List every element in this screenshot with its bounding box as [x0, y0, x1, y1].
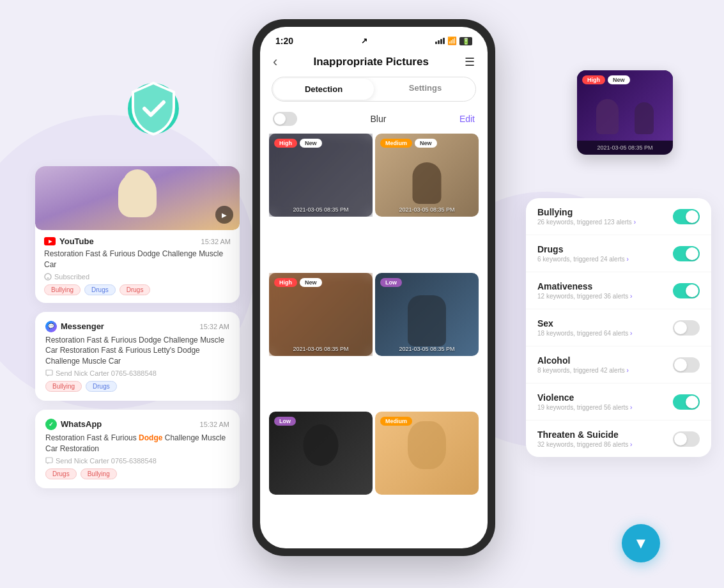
whatsapp-icon: ✓: [45, 419, 57, 430]
back-button[interactable]: ‹: [273, 54, 277, 70]
right-panel: Bullying 26 keywords, triggered 123 aler…: [526, 198, 711, 457]
setting-left-threaten: Threaten & Suicide 32 keywords, triggere…: [537, 429, 673, 448]
badge-row-2: Medium New: [380, 139, 437, 148]
toggle-bullying[interactable]: [673, 209, 700, 224]
photo-cell-3[interactable]: High New 2021-03-05 08:35 PM: [269, 273, 373, 356]
app-name-youtube: YouTube: [59, 236, 94, 246]
menu-button[interactable]: ☰: [465, 55, 475, 69]
toggle-amativeness[interactable]: [673, 283, 700, 298]
status-time: 1:20: [275, 36, 293, 46]
setting-link-violence[interactable]: ›: [630, 404, 632, 411]
bar3: [440, 39, 442, 44]
face-6: [408, 421, 446, 469]
photo-timestamp-1: 2021-03-05 08:35 PM: [269, 206, 373, 213]
face-5: [304, 424, 339, 466]
setting-left-drugs: Drugs 6 keywords, triggered 24 alerts ›: [537, 244, 673, 263]
toggle-alcohol[interactable]: [673, 357, 700, 373]
setting-sub-sex: 18 keywords, triggered 64 alerts ›: [537, 330, 673, 337]
phone-frame: 1:20 ↗ 📶 🔋 ‹ Inappropriate Pictures: [252, 19, 495, 556]
photo-timestamp-3: 2021-03-05 08:35 PM: [269, 346, 373, 352]
play-button[interactable]: ▶: [215, 206, 233, 224]
photo-cell-4[interactable]: Low 2021-03-05 08:35 PM: [375, 273, 479, 356]
tab-settings[interactable]: Settings: [375, 77, 475, 101]
messenger-card[interactable]: 💬 Messenger 15:32 AM Restoration Fast & …: [35, 312, 240, 401]
setting-item-drugs: Drugs 6 keywords, triggered 24 alerts ›: [526, 235, 711, 272]
tr-badge-new: New: [608, 75, 630, 84]
setting-left-sex: Sex 18 keywords, triggered 64 alerts ›: [537, 318, 673, 337]
status-icons: 📶 🔋: [435, 36, 472, 45]
figure-tr1: [596, 99, 619, 134]
phone-wrapper: 1:20 ↗ 📶 🔋 ‹ Inappropriate Pictures: [252, 19, 495, 569]
setting-link-sex[interactable]: ›: [630, 330, 632, 337]
setting-sub-drugs: 6 keywords, triggered 24 alerts ›: [537, 256, 673, 263]
svg-point-0: [45, 274, 51, 280]
card-time-whatsapp: 15:32 AM: [200, 421, 229, 428]
setting-left-amativeness: Amativeness 12 keywords, triggered 36 al…: [537, 281, 673, 300]
badge-row-4: Low: [380, 278, 402, 287]
toggle-sex[interactable]: [673, 320, 700, 336]
badge-new-3: New: [300, 278, 322, 287]
whatsapp-card[interactable]: ✓ WhatsApp 15:32 AM Restoration Fast & F…: [35, 410, 240, 488]
tag-drugs-1: Drugs: [84, 284, 116, 295]
card-sub-youtube: Subscribed: [44, 273, 231, 281]
figure-tr2: [635, 102, 654, 134]
status-bar: 1:20 ↗ 📶 🔋: [260, 27, 488, 50]
setting-sub-violence: 19 keywords, triggered 56 alerts ›: [537, 404, 673, 411]
location-icon: ↗: [361, 36, 367, 45]
bar1: [435, 42, 437, 44]
tag-drugs-2: Drugs: [119, 284, 151, 295]
badge-row-1: High New: [274, 139, 322, 148]
youtube-card[interactable]: ▶ YouTube 15:32 AM Restoration Fast & Fu…: [35, 166, 240, 303]
photo-cell-1[interactable]: High New 2021-03-05 08:35 PM: [269, 134, 373, 217]
setting-item-violence: Violence 19 keywords, triggered 56 alert…: [526, 383, 711, 421]
highlight-dodge: Dodge: [139, 433, 162, 442]
setting-sub-threaten: 32 keywords, triggered 86 alerts ›: [537, 441, 673, 448]
left-panel: ▶ YouTube 15:32 AM Restoration Fast & Fu…: [35, 166, 240, 497]
shield-icon: [128, 83, 179, 134]
page-title: Inappropriate Pictures: [313, 56, 428, 68]
tr-badge-row: High New: [582, 75, 630, 84]
tab-detection[interactable]: Detection: [273, 79, 374, 100]
app-name-messenger: Messenger: [61, 321, 104, 331]
setting-link-threaten[interactable]: ›: [630, 441, 632, 448]
filter-button[interactable]: ▼: [622, 524, 660, 562]
badge-low-4: Low: [380, 278, 402, 287]
signal-bars: [435, 38, 445, 44]
setting-link-bullying[interactable]: ›: [634, 219, 636, 226]
battery-icon: 🔋: [459, 37, 472, 45]
toggle-drugs[interactable]: [673, 246, 700, 261]
tr-badge-high: High: [582, 75, 605, 84]
card-sub-whatsapp: Send Nick Carter 0765-6388548: [45, 457, 229, 465]
photo-cell-2[interactable]: Medium New 2021-03-05 08:35 PM: [375, 134, 479, 217]
toggle-violence[interactable]: [673, 394, 700, 410]
setting-link-drugs[interactable]: ›: [627, 256, 629, 263]
setting-name-alcohol: Alcohol: [537, 355, 673, 366]
setting-link-alcohol[interactable]: ›: [627, 367, 629, 374]
bar4: [443, 38, 445, 44]
app-name-whatsapp: WhatsApp: [61, 419, 102, 429]
badge-new-2: New: [415, 139, 437, 148]
setting-sub-alcohol: 8 keywords, triggered 42 alerts ›: [537, 367, 673, 374]
setting-link-amativeness[interactable]: ›: [630, 293, 632, 300]
setting-name-threaten: Threaten & Suicide: [537, 429, 673, 440]
setting-left-alcohol: Alcohol 8 keywords, triggered 42 alerts …: [537, 355, 673, 374]
edit-button[interactable]: Edit: [459, 114, 475, 124]
setting-item-bullying: Bullying 26 keywords, triggered 123 aler…: [526, 198, 711, 235]
nav-bar: ‹ Inappropriate Pictures ☰: [260, 50, 488, 77]
badge-row-6: Medium: [380, 417, 412, 426]
setting-item-amativeness: Amativeness 12 keywords, triggered 36 al…: [526, 272, 711, 309]
photo-cell-6[interactable]: Medium: [375, 412, 479, 495]
setting-name-sex: Sex: [537, 318, 673, 329]
top-right-card[interactable]: High New 2021-03-05 08:35 PM: [577, 70, 673, 155]
shield-container: [128, 83, 179, 134]
photos-grid: High New 2021-03-05 08:35 PM Medium New …: [260, 134, 488, 548]
toggle-threaten[interactable]: [673, 431, 700, 447]
blur-label: Blur: [370, 114, 386, 124]
setting-name-bullying: Bullying: [537, 207, 673, 217]
card-sub-messenger: Send Nick Carter 0765-6388548: [45, 369, 229, 377]
blur-toggle[interactable]: [273, 112, 297, 126]
photo-cell-5[interactable]: Low: [269, 412, 373, 495]
card-title-youtube: Restoration Fast & Furious Dodge Challen…: [44, 249, 231, 270]
badge-new-1: New: [300, 139, 322, 148]
figure-2: [413, 162, 442, 204]
